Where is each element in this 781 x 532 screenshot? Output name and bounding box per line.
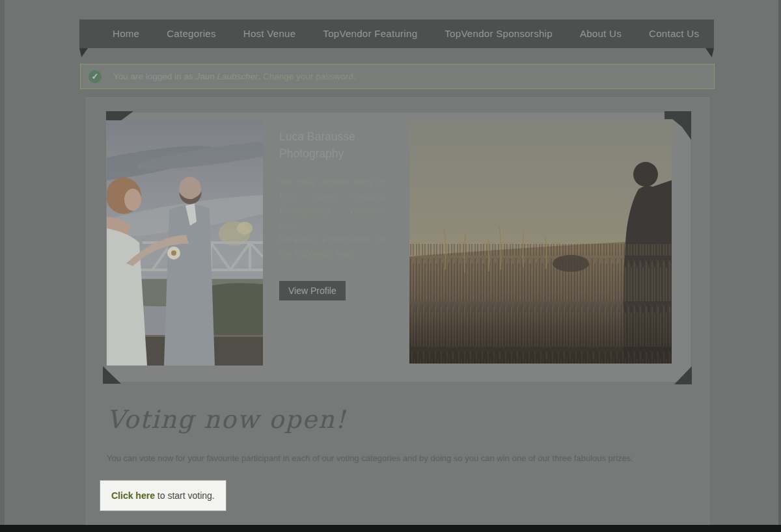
- start-voting-highlight-box: Click here to start voting.: [100, 481, 226, 511]
- sunset-field-groom-photo: [409, 119, 672, 364]
- featured-vendor-slider: Luca Barausse Photography We have anothe…: [106, 113, 691, 382]
- wedding-couple-bridge-photo: [107, 119, 263, 366]
- page: Home Categories Host Venue TopVendor Fea…: [0, 0, 781, 532]
- check-circle-icon: ✓: [89, 70, 102, 83]
- nav-ribbon-fold-left: [79, 48, 88, 57]
- start-voting-text: to start voting.: [155, 490, 215, 501]
- nav-item-topvendor-featuring[interactable]: TopVendor Featuring: [309, 20, 431, 48]
- window-edge-right: [778, 0, 781, 532]
- description-line: We have another entry in Best Scenic Wed…: [279, 175, 385, 232]
- change-password-link[interactable]: Change your password.: [263, 72, 356, 81]
- window-edge-left: [0, 0, 5, 532]
- window-edge-bottom: [0, 525, 781, 532]
- nav-item-about-us[interactable]: About Us: [566, 20, 635, 48]
- description-line: Barausse Photography to the TopVendor te…: [279, 232, 385, 261]
- photo-corner-icon: [103, 366, 121, 384]
- logged-in-username: Jaun Laubscher: [195, 72, 258, 81]
- login-status-text: You are logged in as Jaun Laubscher. Cha…: [113, 72, 356, 81]
- nav-item-home[interactable]: Home: [99, 20, 153, 48]
- nav-item-categories[interactable]: Categories: [153, 20, 230, 48]
- featured-vendor-description: We have another entry in Best Scenic Wed…: [279, 175, 385, 261]
- login-prefix: You are logged in as: [113, 72, 193, 81]
- featured-vendor-info: Luca Barausse Photography We have anothe…: [279, 128, 385, 300]
- login-period: .: [258, 72, 260, 81]
- view-profile-button[interactable]: View Profile: [279, 281, 346, 300]
- main-nav: Home Categories Host Venue TopVendor Fea…: [79, 20, 714, 48]
- voting-open-heading: Voting now open!: [107, 405, 347, 434]
- start-voting-link[interactable]: Click here: [111, 490, 155, 501]
- featured-vendor-title: Luca Barausse Photography: [279, 128, 385, 162]
- photo-corner-icon: [674, 366, 692, 384]
- nav-item-topvendor-sponsorship[interactable]: TopVendor Sponsorship: [431, 20, 566, 48]
- login-status-banner: ✓ You are logged in as Jaun Laubscher. C…: [80, 64, 715, 89]
- nav-ribbon-fold-right: [706, 48, 714, 57]
- nav-item-contact-us[interactable]: Contact Us: [635, 20, 713, 48]
- nav-item-host-venue[interactable]: Host Venue: [230, 20, 310, 48]
- voting-description: You can vote now for your favourite part…: [107, 449, 683, 467]
- content-container: Luca Barausse Photography We have anothe…: [86, 98, 709, 525]
